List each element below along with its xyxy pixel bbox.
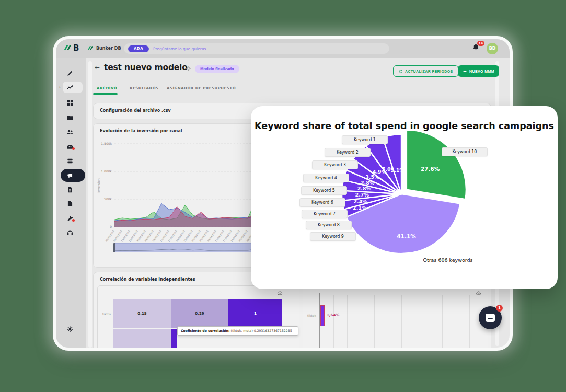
pie-percent-label: 2.7% (355, 192, 369, 198)
svg-text:1.000k: 1.000k (101, 169, 112, 173)
pie-label-pill: Keyword 7 (302, 210, 348, 218)
keyword-pie-chart: 27.6%41.1%2.1%2.4%2.7%2.8%2.8%3.5%4.9%5.… (251, 106, 558, 289)
pie-percent-label: 27.6% (421, 166, 440, 172)
download-icon[interactable] (277, 290, 283, 296)
sidebar-item-settings[interactable] (66, 326, 74, 333)
chat-notification-badge: 1 (496, 305, 503, 312)
svg-text:500k: 500k (104, 197, 112, 201)
correlation-heatmap: tiktok 0,15 0,29 1 Coeficiente de correl… (97, 285, 299, 348)
notification-dot (72, 147, 75, 150)
vif-bar-chart: tiktok 1,64% (303, 285, 488, 348)
brand-logo-icon[interactable] (63, 43, 73, 53)
heatmap-row-label: tiktok (102, 312, 111, 316)
gridline (442, 295, 443, 348)
brush-handle[interactable] (113, 243, 115, 252)
assistant-prompt-text: Pregúntame lo que quieras... (153, 47, 210, 51)
left-scroll-strip[interactable] (88, 61, 92, 348)
active-tab-underline (93, 93, 118, 95)
sidebar-item-folder[interactable] (66, 114, 74, 121)
sidebar-item-document[interactable] (66, 186, 74, 193)
pie-label-pill: Keyword 3 (312, 160, 358, 169)
back-button[interactable]: ← (95, 64, 100, 71)
pie-percent-label: 5.1% (391, 167, 405, 173)
heatmap-tooltip: Coeficiente de correlación: (tiktok, met… (177, 326, 298, 336)
gridline (429, 295, 429, 348)
refresh-icon (398, 69, 403, 74)
chat-widget-button[interactable]: 1 (479, 306, 502, 329)
sparkle-icon (463, 69, 467, 74)
gridline (469, 295, 470, 348)
csv-config-title: Configuración del archivo .csv (100, 108, 171, 113)
workspace-logo-icon (87, 45, 94, 52)
gridline (347, 295, 348, 348)
chevron-down-icon[interactable]: ▾ (119, 45, 121, 50)
new-mmm-button[interactable]: NUEVO MMM (458, 65, 499, 77)
heatmap-cell[interactable]: 0,29 (171, 299, 228, 328)
assistant-search-bar[interactable]: ADA Pregúntame lo que quieras... (124, 43, 389, 54)
brand-logo-letter[interactable]: B (73, 43, 79, 53)
svg-text:Inversión: Inversión (97, 178, 100, 193)
sidebar-item-headphones[interactable] (66, 229, 74, 236)
notification-count-badge: 14 (477, 41, 484, 46)
sidebar-item-pen[interactable] (66, 70, 74, 77)
pie-label-pill: Keyword 4 (303, 174, 349, 182)
workspace-selector[interactable]: Bunker DB (96, 46, 121, 51)
pie-label-pill: Keyword 2 (325, 148, 371, 157)
status-badge: Modelo finalizado (195, 65, 239, 73)
vif-value: 1,64% (327, 313, 339, 317)
pie-label-pill: Keyword 8 (306, 221, 352, 229)
correlation-title: Correlación de variables independientes (100, 277, 195, 282)
pie-label-pill: Keyword 9 (310, 232, 356, 241)
avatar[interactable]: BD (487, 43, 498, 54)
heatmap-cell[interactable] (171, 329, 177, 348)
gridline (401, 295, 402, 348)
svg-text:1.500k: 1.500k (101, 142, 112, 145)
pie-label-pill: Keyword 6 (299, 198, 345, 207)
gridline (333, 295, 334, 348)
topbar: B Bunker DB ▾ ADA Pregúntame lo que quie… (56, 39, 510, 58)
sidebar-item-file[interactable] (66, 200, 74, 207)
vif-bar[interactable] (321, 306, 324, 326)
pie-label-pill: Keyword 5 (301, 186, 347, 195)
chatbot-icon (486, 314, 495, 322)
heatmap-cell[interactable] (113, 329, 171, 348)
sidebar: › (56, 58, 86, 348)
page-title: test nuevo modelo (104, 63, 188, 72)
svg-text:0: 0 (110, 225, 112, 228)
tab-resultados[interactable]: RESULTADOS (130, 86, 159, 90)
sidebar-item-megaphone[interactable] (66, 171, 74, 179)
pie-label-pill: Keyword 1 (342, 135, 388, 144)
keyword-share-card: Keyword share of total spend in google s… (251, 106, 558, 289)
gridline (361, 295, 361, 348)
sidebar-item-cards[interactable] (66, 157, 74, 165)
download-icon[interactable] (476, 290, 482, 296)
pie-slice-keyword-10[interactable] (407, 130, 466, 200)
assistant-badge: ADA (128, 45, 149, 52)
heatmap-cell[interactable]: 1 (228, 299, 282, 328)
pie-label-pill: Keyword 10 (442, 147, 488, 156)
gridline (388, 295, 388, 348)
gridline (456, 295, 456, 348)
sidebar-item-users[interactable] (66, 129, 74, 136)
vif-axis-line (319, 293, 320, 348)
pie-percent-label: 41.1% (397, 233, 416, 239)
heatmap-cell[interactable]: 0,15 (113, 299, 171, 328)
sidebar-caret: › (59, 85, 61, 89)
tab-asignador[interactable]: ASIGNADOR DE PRESUPUESTO (167, 86, 236, 90)
sidebar-item-line-chart[interactable] (66, 84, 74, 91)
divider (89, 96, 497, 96)
desktop-background: B Bunker DB ▾ ADA Pregúntame lo que quie… (0, 0, 566, 392)
sidebar-item-grid[interactable] (66, 99, 74, 107)
tab-archivo[interactable]: ARCHIVO (97, 86, 117, 90)
model-settings-icon[interactable] (186, 66, 191, 72)
gridline (415, 295, 415, 348)
other-keywords-label: Otras 606 keywords (414, 257, 482, 263)
gridline (374, 295, 375, 348)
update-periods-button[interactable]: ACTUALIZAR PERIODOS (393, 65, 458, 77)
notification-dot (72, 219, 75, 222)
vif-row-label: tiktok (307, 314, 316, 317)
